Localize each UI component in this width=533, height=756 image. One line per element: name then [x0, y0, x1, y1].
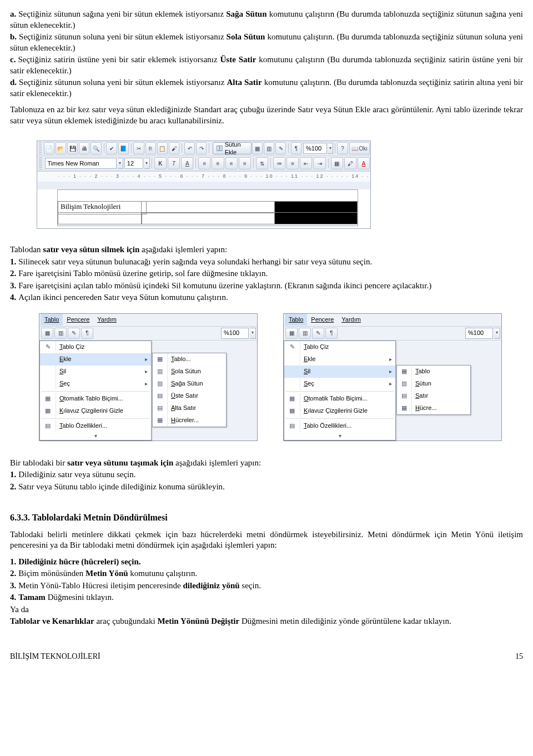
underline-icon: A	[181, 157, 193, 169]
line-spacing-icon: ⇅	[256, 157, 268, 169]
rotate-tail-pre: Ya da	[10, 604, 523, 615]
sil-flyout: ▦Tablo▥Sütun▤Satır▦Hücre...	[396, 365, 471, 415]
align-justify-icon: ≡	[239, 157, 251, 169]
dropdown-icon: ▾	[118, 158, 123, 169]
rotate-tail: Tablolar ve Kenarlıklar araç çubuğundaki…	[10, 616, 523, 627]
toolbar-icon: ✎	[312, 328, 324, 339]
italic-icon: T	[168, 157, 180, 169]
toolbar-icon: ▦	[285, 328, 298, 339]
menu-item: ▤Tablo Özellikleri...	[40, 420, 151, 432]
menu-panel-insert: Tablo Pencere Yardım ▦ ▥ ✎ ¶ %100▾ ✎Tabl…	[39, 313, 258, 441]
toolbar-screenshot: 📄 📂 💾 🖶 🔍 ✔ 📘 ✂ ⎘ 📋 🖌 ↶ ↷ Sütun Ekle ▦ ▥…	[37, 141, 371, 229]
rotate-step: 2.Biçim mönüsünden Metin Yönü komutunu ç…	[10, 568, 523, 579]
dropdown-icon: ▾	[144, 158, 150, 169]
menu-pencere: Pencere	[307, 314, 338, 325]
rotate-step: 3.Metin Yönü-Tablo Hücresi iletişim penc…	[10, 580, 523, 592]
menu-tablo: Tablo	[41, 314, 63, 325]
align-center-icon: ≡	[212, 157, 224, 169]
delete-step: 3.Fare işaretçisini açılan tablo mönüsü …	[10, 281, 523, 292]
section-heading: 6.3.3. Tablolardaki Metnin Döndürülmesi	[10, 512, 523, 524]
menu-screenshots: Tablo Pencere Yardım ▦ ▥ ✎ ¶ %100▾ ✎Tabl…	[39, 313, 523, 441]
save-icon: 💾	[67, 142, 78, 154]
delete-step: 4.Açılan ikinci pencereden Satır veya Sü…	[10, 292, 523, 303]
font-name-field: Times New Roman	[45, 158, 117, 169]
toolbar-icon: ✎	[68, 328, 80, 339]
flyout-item: ▥Sağa Sütun	[153, 378, 226, 390]
copy-icon: ⎘	[145, 142, 156, 154]
move-step: 1.Dilediğiniz satır veya sütunu seçin.	[10, 469, 523, 480]
numbered-list-icon: ≔	[273, 157, 285, 169]
move-intro: Bir tablodaki bir satır veya sütunu taşı…	[10, 458, 523, 469]
menu-item: ▦Otomatik Tablo Biçimi...	[40, 393, 151, 405]
flyout-item: ▥Sütun	[397, 378, 470, 390]
flyout-item: ▤Alta Satır	[153, 402, 226, 414]
flyout-item: ▥Sola Sütun	[153, 366, 226, 378]
ekle-flyout: ▦Tablo...▥Sola Sütun▥Sağa Sütun▤Üste Sat…	[152, 353, 227, 427]
delete-step: 2.Fare işaretçisini Tablo mönüsü üzerine…	[10, 268, 523, 279]
tables-borders-icon: ▦	[252, 142, 263, 154]
toolbar-grip-icon	[39, 142, 42, 154]
toolbar-icon: ¶	[81, 328, 93, 339]
list-item-d: d.Seçtiğiniz sütunun soluna yeni bir süt…	[10, 77, 523, 99]
list-item-b: b.Seçtiğiniz sütunun soluna yeni bir süt…	[10, 32, 523, 53]
flyout-item: ▤Üste Satır	[153, 390, 226, 402]
flyout-item: ▦Tablo	[397, 366, 470, 378]
tablo-dropdown: ✎Tablo ÇizEkle▸Sil▸Seç▸▦Otomatik Tablo B…	[39, 341, 152, 440]
cut-icon: ✂	[133, 142, 144, 154]
toolbar-icon: ▥	[54, 328, 67, 339]
flyout-item: ▤Satır	[397, 390, 470, 402]
rotate-step: 1.Dilediğiniz hücre (hücreleri) seçin.	[10, 557, 523, 568]
insert-column-button: Sütun Ekle	[213, 142, 252, 154]
menu-item: Sil▸	[40, 366, 151, 378]
menu-item: ▦Otomatik Tablo Biçimi...	[284, 393, 395, 405]
list-item-c: c.Seçtiğiniz satirin üstüne yeni bir sat…	[10, 54, 523, 76]
menu-item: ▦Kılavuz Çizgilerini Gizle	[40, 405, 151, 417]
preview-icon: 🔍	[90, 142, 101, 154]
paragraph-marks-icon: ¶	[291, 142, 301, 154]
flyout-item: ▦Hücreler...	[153, 414, 226, 427]
bold-icon: K	[154, 157, 167, 169]
print-icon: 🖶	[79, 142, 89, 154]
dropdown-icon: ▾	[328, 143, 333, 154]
redo-icon: ↷	[196, 142, 207, 154]
toolbar-icon: ¶	[325, 328, 338, 339]
page-footer: BİLİŞİM TEKNOLOJİLERİ 15	[10, 652, 523, 662]
bulleted-list-icon: ≡	[286, 157, 299, 169]
drawing-icon: ✎	[275, 142, 286, 154]
menu-yardim: Yardım	[338, 314, 365, 325]
menu-item: ▤Tablo Özellikleri...	[284, 420, 395, 432]
menu-yardim: Yardım	[93, 314, 120, 325]
rotate-step: 4.Tamam Düğmesini tıklayın.	[10, 592, 523, 603]
align-left-icon: ≡	[198, 157, 210, 169]
paste-icon: 📋	[157, 142, 168, 154]
columns-icon: ▥	[264, 142, 274, 154]
toolbar-icon: ▦	[41, 328, 53, 339]
flyout-item: ▦Tablo...	[153, 353, 226, 366]
svg-rect-1	[219, 146, 220, 151]
rotate-intro: Tablodaki belirli metinlere dikkati çekm…	[10, 529, 523, 551]
highlight-icon: 🖍	[344, 157, 356, 169]
tablo-dropdown: ✎Tablo ÇizEkle▸Sil▸Seç▸▦Otomatik Tablo B…	[284, 341, 396, 440]
menu-item: Seç▸	[40, 378, 151, 390]
research-icon: 📘	[118, 142, 129, 154]
move-step: 2.Satır veya Sütunu tablo içinde dilediğ…	[10, 482, 523, 493]
help-icon: ?	[337, 142, 348, 154]
format-painter-icon: 🖌	[169, 142, 179, 154]
font-size-field: 12	[124, 158, 143, 169]
menu-item: Ekle▸	[284, 353, 395, 366]
paragraph-after-letters: Tablonuza en az bir kez satır veya sütun…	[10, 104, 523, 126]
font-color-icon: A	[358, 157, 370, 169]
menu-item: ✎Tablo Çiz	[40, 341, 151, 353]
delete-step: 1.Silinecek satır veya sütunun bulunacağ…	[10, 257, 523, 268]
menu-item: ▦Kılavuz Çizgilerini Gizle	[284, 405, 395, 417]
spellcheck-icon: ✔	[106, 142, 117, 154]
borders-icon: ▦	[331, 157, 343, 169]
increase-indent-icon: ⇥	[313, 157, 325, 169]
open-file-icon: 📂	[56, 142, 66, 154]
new-file-icon: 📄	[44, 142, 54, 154]
menu-tablo: Tablo	[285, 314, 307, 325]
footer-page-number: 15	[515, 652, 523, 662]
menu-item: ✎Tablo Çiz	[284, 341, 395, 353]
align-right-icon: ≡	[225, 157, 238, 169]
menu-item: Ekle▸	[40, 353, 151, 366]
